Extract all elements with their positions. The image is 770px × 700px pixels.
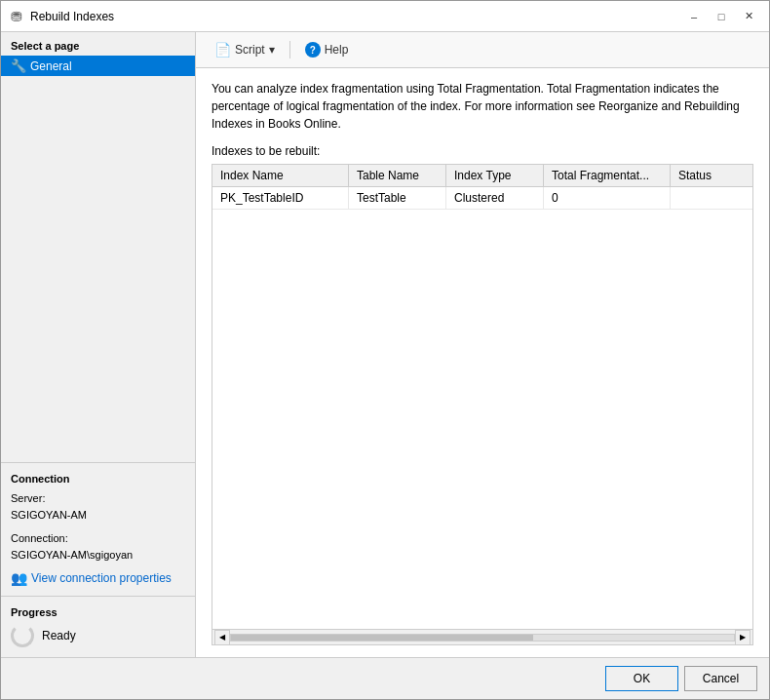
close-button[interactable]: ✕ (736, 6, 761, 27)
dialog-icon: ⛃ (9, 9, 24, 24)
table-row[interactable]: PK_TestTableID TestTable Clustered 0 (212, 187, 752, 210)
script-button[interactable]: 📄 Script ▾ (208, 38, 282, 61)
indexes-label: Indexes to be rebuilt: (212, 144, 753, 158)
connection-info: Server: SGIGOYAN-AM Connection: SGIGOYAN… (11, 490, 185, 564)
help-button[interactable]: ? Help (298, 38, 356, 61)
help-label: Help (325, 43, 349, 57)
toolbar: 📄 Script ▾ ? Help (196, 32, 769, 68)
scroll-right-button[interactable]: ▶ (735, 630, 751, 645)
progress-status: Ready (42, 629, 76, 642)
general-icon: 🔧 (11, 58, 26, 73)
progress-spinner (11, 624, 34, 647)
sidebar-item-label-general: General (30, 59, 72, 73)
connection-link-label: View connection properties (31, 571, 172, 585)
script-dropdown-icon: ▾ (269, 43, 275, 57)
cell-index-type: Clustered (446, 187, 544, 209)
toolbar-separator (289, 41, 290, 58)
col-header-index-type: Index Type (446, 165, 544, 186)
connection-section: Connection Server: SGIGOYAN-AM Connectio… (1, 462, 195, 596)
view-connection-link[interactable]: 👥 View connection properties (11, 570, 185, 586)
progress-title: Progress (11, 606, 185, 618)
progress-section: Progress Ready (1, 596, 195, 657)
ok-button[interactable]: OK (605, 666, 678, 691)
script-label: Script (235, 43, 265, 57)
sidebar-item-general[interactable]: 🔧 General (1, 56, 195, 76)
connection-title: Connection (11, 473, 185, 485)
content-area: You can analyze index fragmentation usin… (196, 68, 769, 657)
dialog-title: Rebuild Indexes (30, 10, 681, 23)
main-content: 📄 Script ▾ ? Help You can analyze index … (196, 32, 769, 657)
scrollbar-thumb[interactable] (231, 635, 533, 641)
cell-index-name: PK_TestTableID (212, 187, 349, 209)
col-header-table-name: Table Name (349, 165, 446, 186)
table-header: Index Name Table Name Index Type Total F… (212, 165, 752, 187)
connection-value: SGIGOYAN-AM\sgigoyan (11, 547, 185, 564)
cell-fragmentation: 0 (544, 187, 671, 209)
indexes-table: Index Name Table Name Index Type Total F… (212, 164, 753, 645)
cell-status (671, 187, 752, 209)
title-bar: ⛃ Rebuild Indexes – □ ✕ (1, 1, 769, 32)
col-header-fragmentation: Total Fragmentat... (544, 165, 671, 186)
table-body: PK_TestTableID TestTable Clustered 0 (212, 187, 752, 629)
server-value: SGIGOYAN-AM (11, 507, 185, 525)
col-header-status: Status (671, 165, 752, 186)
dialog-body: Select a page 🔧 General Connection Serve… (1, 32, 769, 657)
window-controls: – □ ✕ (681, 6, 761, 27)
select-page-header: Select a page (1, 32, 195, 56)
connection-label: Connection: (11, 530, 185, 548)
scrollbar-track[interactable] (230, 634, 735, 642)
description-text: You can analyze index fragmentation usin… (212, 80, 753, 133)
connection-link-icon: 👥 (11, 570, 27, 586)
rebuild-indexes-dialog: ⛃ Rebuild Indexes – □ ✕ Select a page 🔧 … (0, 0, 770, 700)
help-icon: ? (305, 42, 321, 58)
cell-table-name: TestTable (349, 187, 446, 209)
horizontal-scrollbar[interactable]: ◀ ▶ (212, 629, 752, 644)
server-label: Server: (11, 490, 185, 508)
script-icon: 📄 (214, 42, 231, 58)
progress-content: Ready (11, 624, 185, 647)
maximize-button[interactable]: □ (709, 6, 734, 27)
col-header-index-name: Index Name (212, 165, 349, 186)
dialog-footer: OK Cancel (1, 657, 769, 699)
cancel-button[interactable]: Cancel (684, 666, 757, 691)
minimize-button[interactable]: – (681, 6, 707, 27)
scroll-left-button[interactable]: ◀ (214, 630, 230, 645)
sidebar: Select a page 🔧 General Connection Serve… (1, 32, 196, 657)
